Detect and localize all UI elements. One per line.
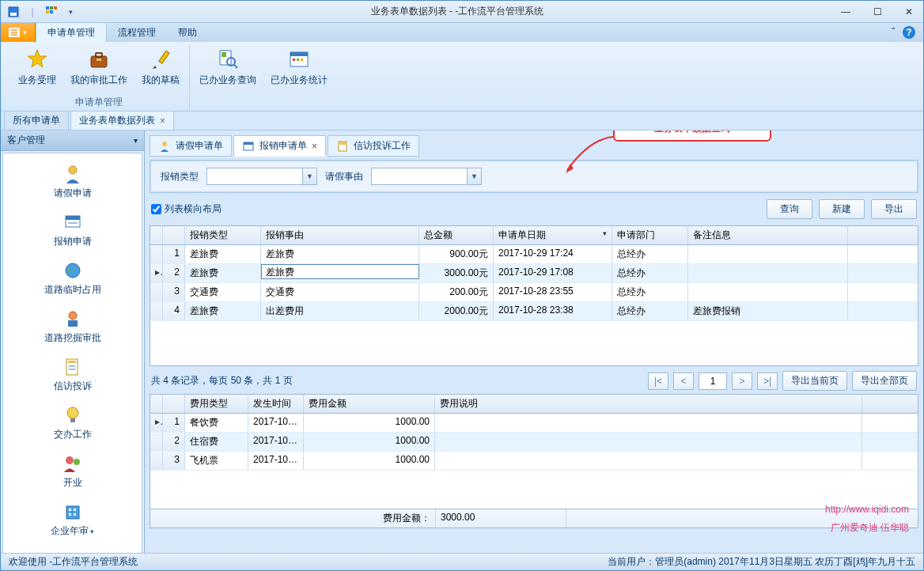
svg-rect-13 bbox=[96, 53, 102, 57]
search-doc-icon bbox=[215, 47, 240, 72]
col-expense-reason[interactable]: 报销事由 bbox=[261, 226, 419, 244]
sidebar-collapse-icon[interactable]: ▾ bbox=[134, 136, 138, 145]
form-small-icon bbox=[242, 140, 255, 153]
briefcase-icon bbox=[86, 47, 112, 72]
person-icon bbox=[62, 163, 84, 185]
inner-tab-leave[interactable]: 请假申请单 bbox=[150, 135, 232, 157]
ribbon-btn-label: 我的审批工作 bbox=[70, 74, 127, 87]
export-current-page-button[interactable]: 导出当前页 bbox=[782, 371, 847, 391]
minimize-button[interactable]: — bbox=[836, 4, 855, 20]
combo-leave-reason-input[interactable] bbox=[372, 168, 467, 184]
col-fee-desc[interactable]: 费用说明 bbox=[435, 395, 862, 413]
qat-divider: | bbox=[25, 4, 40, 20]
qat-dropdown-icon[interactable]: ▾ bbox=[62, 4, 78, 20]
create-button[interactable]: 新建 bbox=[819, 199, 865, 219]
sidebar-item-leave[interactable]: 请假申请 bbox=[3, 160, 142, 208]
table-row[interactable]: 3飞机票2017-10-291000.00 bbox=[150, 452, 918, 471]
col-fee-type[interactable]: 费用类型 bbox=[185, 395, 248, 413]
ribbon-btn-done-query[interactable]: 已办业务查询 bbox=[196, 45, 259, 89]
inner-tab-complaint[interactable]: 信访投诉工作 bbox=[328, 135, 419, 157]
ribbon-btn-my-approval[interactable]: 我的审批工作 bbox=[67, 45, 131, 89]
sidebar-item-assign[interactable]: 交办工作 bbox=[3, 401, 142, 449]
sidebar-item-road-temp[interactable]: 道路临时占用 bbox=[3, 256, 142, 304]
ribbon-btn-my-draft[interactable]: 我的草稿 bbox=[138, 45, 183, 89]
svg-rect-3 bbox=[50, 6, 53, 9]
sidebar-item-road-dig[interactable]: 道路挖掘审批 bbox=[3, 304, 142, 353]
filter-panel: 报销类型 ▼ 请假事由 ▼ bbox=[150, 160, 918, 193]
menu-application-mgmt[interactable]: 申请单管理 bbox=[36, 23, 107, 42]
qat-save-icon[interactable] bbox=[6, 4, 21, 20]
building-icon bbox=[62, 501, 84, 523]
bulb-icon bbox=[62, 404, 84, 426]
export-all-pages-button[interactable]: 导出全部页 bbox=[852, 371, 917, 391]
close-button[interactable]: ✕ bbox=[899, 4, 918, 20]
table-row[interactable]: 1差旅费差旅费900.00元2017-10-29 17:24总经办 bbox=[150, 245, 918, 264]
svg-rect-45 bbox=[74, 513, 76, 516]
export-button[interactable]: 导出 bbox=[871, 199, 917, 219]
chevron-down-icon[interactable]: ▼ bbox=[302, 168, 316, 184]
ribbon-collapse-icon[interactable]: ⌃ bbox=[890, 26, 896, 39]
menubar: ▾ 申请单管理 流程管理 帮助 ⌃ ? bbox=[1, 23, 923, 42]
col-total[interactable]: 总金额 bbox=[419, 226, 494, 244]
combo-expense-type-input[interactable] bbox=[207, 168, 302, 184]
ribbon-group-done: 已办业务查询 已办业务统计 bbox=[190, 45, 337, 111]
svg-point-40 bbox=[74, 459, 80, 465]
help-icon[interactable]: ? bbox=[903, 26, 915, 39]
svg-point-39 bbox=[66, 456, 74, 464]
watermark-url[interactable]: http://www.iqidi.com bbox=[825, 504, 909, 515]
combo-leave-reason[interactable]: ▼ bbox=[371, 168, 482, 185]
ribbon-btn-label: 我的草稿 bbox=[142, 74, 180, 87]
close-icon[interactable]: × bbox=[160, 115, 165, 127]
doc-tab-all-apps[interactable]: 所有申请单 bbox=[4, 111, 69, 130]
table-row[interactable]: ▸2差旅费差旅费3000.00元2017-10-29 17:08总经办 bbox=[150, 264, 918, 283]
sidebar-item-expense[interactable]: 报销申请 bbox=[3, 208, 142, 256]
checkbox-horizontal-layout[interactable] bbox=[151, 204, 161, 214]
close-icon[interactable]: × bbox=[312, 141, 317, 152]
table-row[interactable]: 2住宿费2017-10-291000.00 bbox=[150, 433, 918, 452]
ribbon-group-main: 业务受理 我的审批工作 我的草稿 申请单管理 bbox=[9, 45, 190, 111]
file-menu-button[interactable]: ▾ bbox=[1, 23, 36, 42]
col-expense-type[interactable]: 报销类型 bbox=[185, 226, 261, 244]
query-button[interactable]: 查询 bbox=[767, 199, 812, 219]
status-user-date: 当前用户：管理员(admin) 2017年11月3日星期五 农历丁酉[鸡]年九月… bbox=[608, 555, 915, 569]
ribbon-btn-done-stats[interactable]: 已办业务统计 bbox=[267, 45, 331, 89]
col-note[interactable]: 备注信息 bbox=[688, 226, 848, 244]
menu-process-mgmt[interactable]: 流程管理 bbox=[107, 23, 167, 42]
status-welcome: 欢迎使用 -工作流平台管理系统 bbox=[9, 555, 138, 569]
maximize-button[interactable]: ☐ bbox=[868, 4, 887, 20]
ribbon-btn-label: 业务受理 bbox=[18, 74, 56, 87]
page-number-input[interactable] bbox=[699, 372, 727, 390]
page-last-button[interactable]: >| bbox=[757, 372, 778, 390]
col-dept[interactable]: 申请部门 bbox=[612, 226, 688, 244]
statusbar: 欢迎使用 -工作流平台管理系统 当前用户：管理员(admin) 2017年11月… bbox=[1, 553, 923, 570]
table-row[interactable]: 4差旅费出差费用2000.00元2017-10-28 23:38总经办差旅费报销 bbox=[150, 302, 918, 321]
table-row[interactable]: ▸1餐饮费2017-10-291000.00 bbox=[150, 414, 918, 433]
doc-tab-biz-form-list[interactable]: 业务表单数据列表 × bbox=[70, 111, 174, 130]
svg-marker-51 bbox=[566, 164, 574, 173]
person-small-icon bbox=[158, 140, 171, 153]
sidebar-item-open[interactable]: 开业 bbox=[3, 449, 142, 497]
ribbon-btn-accept[interactable]: 业务受理 bbox=[15, 45, 59, 89]
sidebar-item-complaint[interactable]: 信访投诉 bbox=[3, 353, 142, 401]
ribbon-btn-label: 已办业务统计 bbox=[271, 74, 328, 87]
combo-expense-type[interactable]: ▼ bbox=[206, 168, 317, 185]
page-next-button[interactable]: > bbox=[732, 372, 752, 390]
col-fee-amount[interactable]: 费用金额 bbox=[304, 395, 435, 413]
svg-rect-24 bbox=[297, 59, 299, 61]
menu-help[interactable]: 帮助 bbox=[167, 23, 208, 42]
sidebar-header: 客户管理 ▾ bbox=[1, 130, 144, 151]
chevron-down-icon[interactable]: ▼ bbox=[467, 168, 481, 184]
calendar-stats-icon bbox=[286, 47, 312, 72]
col-fee-time[interactable]: 发生时间 bbox=[248, 395, 304, 413]
watermark-text: 广州爱奇迪 伍华聪 bbox=[831, 522, 909, 533]
inner-tab-expense[interactable]: 报销申请单× bbox=[233, 135, 326, 157]
table-row[interactable]: 3交通费交通费200.00元2017-10-28 23:55总经办 bbox=[150, 283, 918, 302]
page-prev-button[interactable]: < bbox=[673, 372, 694, 390]
qat-apps-icon[interactable] bbox=[44, 4, 59, 20]
globe-icon bbox=[62, 259, 84, 282]
col-date[interactable]: 申请单日期 bbox=[494, 226, 612, 244]
svg-marker-16 bbox=[153, 66, 157, 69]
main-grid: 报销类型 报销事由 总金额 申请单日期 申请部门 备注信息 1差旅费差旅费900… bbox=[150, 225, 918, 366]
page-first-button[interactable]: |< bbox=[648, 372, 668, 390]
sidebar-item-annual[interactable]: 企业年审 bbox=[3, 497, 142, 546]
